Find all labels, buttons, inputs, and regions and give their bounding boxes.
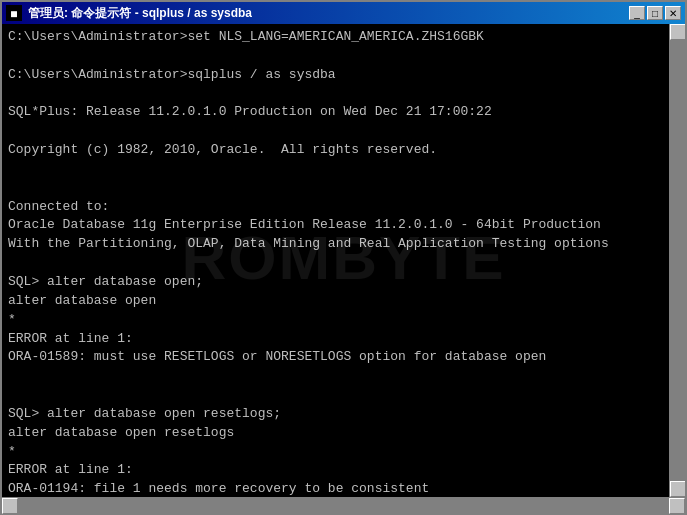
console-line: ERROR at line 1: <box>8 330 679 349</box>
title-bar-left: ■ 管理员: 命令提示符 - sqlplus / as sysdba <box>6 5 252 22</box>
bottom-area: ◄ ► <box>2 497 685 513</box>
console-line: SQL> alter database open; <box>8 273 679 292</box>
console-line: * <box>8 311 679 330</box>
scroll-left-button[interactable]: ◄ <box>2 498 18 514</box>
minimize-button[interactable]: _ <box>629 6 645 20</box>
maximize-button[interactable]: □ <box>647 6 663 20</box>
window-icon: ■ <box>6 5 22 21</box>
console-output: C:\Users\Administrator>set NLS_LANG=AMER… <box>8 28 679 497</box>
console-line: C:\Users\Administrator>sqlplus / as sysd… <box>8 66 679 85</box>
title-bar: ■ 管理员: 命令提示符 - sqlplus / as sysdba _ □ ✕ <box>2 2 685 24</box>
console-line: ORA-01194: file 1 needs more recovery to… <box>8 480 679 497</box>
console-line: Connected to: <box>8 198 679 217</box>
console-area[interactable]: ROMBYTE C:\Users\Administrator>set NLS_L… <box>2 24 685 497</box>
scroll-track-v[interactable] <box>670 40 685 481</box>
window-title: 管理员: 命令提示符 - sqlplus / as sysdba <box>28 5 252 22</box>
console-line: SQL*Plus: Release 11.2.0.1.0 Production … <box>8 103 679 122</box>
console-line: Oracle Database 11g Enterprise Edition R… <box>8 216 679 235</box>
console-line: With the Partitioning, OLAP, Data Mining… <box>8 235 679 254</box>
title-bar-buttons: _ □ ✕ <box>629 6 681 20</box>
console-line: * <box>8 443 679 462</box>
console-line: alter database open <box>8 292 679 311</box>
console-line <box>8 160 679 179</box>
console-line <box>8 367 679 386</box>
scroll-right-button[interactable]: ► <box>669 498 685 514</box>
console-line <box>8 47 679 66</box>
scroll-down-button[interactable]: ▼ <box>670 481 685 497</box>
vertical-scrollbar[interactable]: ▲ ▼ <box>669 24 685 497</box>
console-line <box>8 122 679 141</box>
console-line: Copyright (c) 1982, 2010, Oracle. All ri… <box>8 141 679 160</box>
horizontal-scrollbar[interactable]: ◄ ► <box>2 497 685 513</box>
console-line: SQL> alter database open resetlogs; <box>8 405 679 424</box>
close-button[interactable]: ✕ <box>665 6 681 20</box>
console-line <box>8 85 679 104</box>
scroll-up-button[interactable]: ▲ <box>670 24 685 40</box>
console-line <box>8 254 679 273</box>
main-content: ROMBYTE C:\Users\Administrator>set NLS_L… <box>2 24 685 497</box>
console-line: C:\Users\Administrator>set NLS_LANG=AMER… <box>8 28 679 47</box>
console-line <box>8 179 679 198</box>
console-line: ORA-01589: must use RESETLOGS or NORESET… <box>8 348 679 367</box>
console-line: ERROR at line 1: <box>8 461 679 480</box>
main-window: ■ 管理员: 命令提示符 - sqlplus / as sysdba _ □ ✕… <box>0 0 687 515</box>
console-line <box>8 386 679 405</box>
console-line: alter database open resetlogs <box>8 424 679 443</box>
scroll-track-h[interactable] <box>18 498 669 513</box>
